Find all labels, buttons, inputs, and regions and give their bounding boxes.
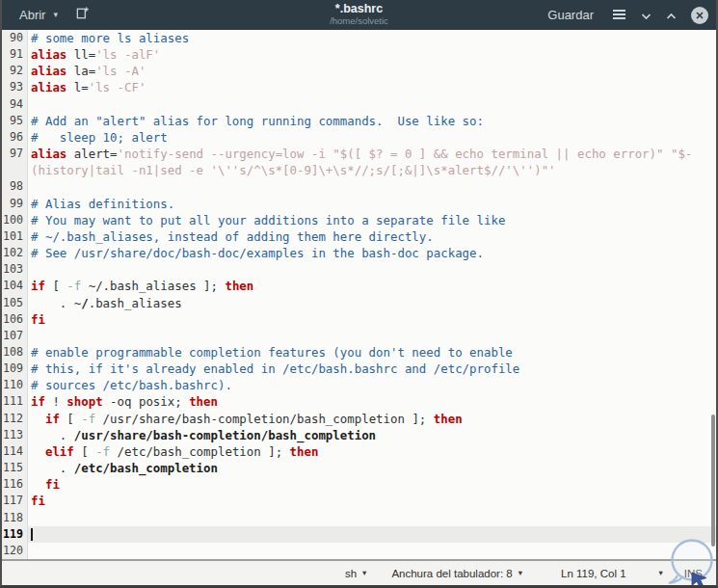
code-line[interactable]: 96# sleep 10; alert: [2, 129, 716, 146]
code-token: alias: [31, 64, 66, 78]
code-token: if: [31, 279, 45, 293]
code-text: elif [ -f /etc/bash_completion ]; then: [28, 443, 318, 460]
code-token: then: [434, 412, 463, 426]
code-token: 'ls -alF': [95, 47, 160, 62]
code-line[interactable]: 106fi: [2, 311, 716, 328]
line-number: 115: [2, 460, 28, 476]
text-cursor: [31, 528, 33, 541]
code-line[interactable]: 93alias l='ls -CF': [2, 79, 716, 95]
scroll-up-button[interactable]: [666, 7, 677, 24]
code-line[interactable]: 117fi: [2, 493, 716, 509]
code-token: elif: [45, 444, 74, 459]
code-token: # sleep 10; alert: [31, 130, 168, 145]
code-line[interactable]: 113 . /usr/share/bash-completion/bash_co…: [2, 427, 716, 443]
code-token: [: [45, 279, 66, 293]
line-number: 101: [2, 228, 28, 245]
new-document-button[interactable]: [75, 6, 90, 24]
code-text: alias l='ls -CF': [28, 79, 146, 95]
code-line[interactable]: 114 elif [ -f /etc/bash_completion ]; th…: [2, 443, 716, 460]
code-line[interactable]: 99# Alias definitions.: [2, 196, 716, 212]
line-number: [2, 162, 28, 178]
code-token: la=: [66, 64, 95, 78]
code-text: . /usr/share/bash-completion/bash_comple…: [28, 427, 376, 443]
vertical-scrollbar-thumb[interactable]: [711, 414, 715, 547]
code-line[interactable]: 95# Add an "alert" alias for long runnin…: [2, 113, 716, 129]
cursor-position-button[interactable]: Ln 119, Col 1: [561, 568, 626, 579]
code-line[interactable]: 105 . ~/.bash_aliases: [2, 295, 716, 311]
code-text: # sources /etc/bash.bashrc).: [28, 377, 232, 393]
code-text: [28, 96, 31, 113]
code-line[interactable]: 100# You may want to put all your additi…: [2, 212, 716, 228]
code-line[interactable]: 111if ! shopt -oq posix; then: [2, 393, 716, 410]
code-line[interactable]: 115 . /etc/bash_completion: [2, 460, 716, 476]
code-line[interactable]: 110# sources /etc/bash.bashrc).: [2, 377, 716, 393]
line-number: 90: [2, 30, 28, 46]
code-token: # enable programmable completion feature…: [31, 345, 513, 360]
code-text: alias la='ls -A': [28, 63, 146, 79]
code-text: if ! shopt -oq posix; then: [28, 393, 218, 410]
language-label: sh: [345, 568, 357, 579]
line-number: 97: [2, 146, 28, 162]
code-token: (history|tail -n1|sed -e '\''s/^\s*[0-9]…: [31, 163, 556, 177]
code-line[interactable]: 112 if [ -f /usr/share/bash-completion/b…: [2, 411, 716, 427]
text-editor-area[interactable]: 90# some more ls aliases91alias ll='ls -…: [2, 30, 716, 559]
code-line[interactable]: 91alias ll='ls -alF': [2, 46, 716, 63]
code-text: fi: [28, 493, 45, 509]
code-line[interactable]: 107: [2, 328, 716, 344]
code-text: # this, if it's already enabled in /etc/…: [28, 361, 519, 377]
code-text: if [ -f ~/.bash_aliases ]; then: [28, 278, 253, 294]
chevron-down-icon: [641, 7, 652, 24]
code-token: .bash_aliases: [89, 296, 182, 310]
code-line[interactable]: 90# some more ls aliases: [2, 30, 716, 46]
code-token: alert=: [66, 147, 117, 161]
code-token: /usr/share/bash-completion/bash_completi…: [95, 412, 434, 426]
code-token: /usr/share/bash-completion/bash_completi…: [74, 428, 376, 442]
code-line[interactable]: 108# enable programmable completion feat…: [2, 344, 716, 361]
line-number: 104: [2, 278, 28, 294]
code-token: then: [189, 394, 218, 409]
line-number: 114: [2, 443, 28, 460]
tab-width-selector[interactable]: Anchura del tabulador: 8 ▾: [391, 568, 522, 579]
code-line[interactable]: 120: [2, 543, 716, 559]
code-line[interactable]: 104if [ -f ~/.bash_aliases ]; then: [2, 278, 716, 294]
open-button[interactable]: Abrir ▾: [19, 8, 58, 22]
code-token: [: [74, 444, 95, 459]
save-button[interactable]: Guardar: [547, 8, 594, 22]
code-text: # some more ls aliases: [28, 30, 189, 46]
code-text: (history|tail -n1|sed -e '\''s/^\s*[0-9]…: [28, 162, 556, 178]
line-number: 109: [2, 361, 28, 377]
scroll-down-button[interactable]: [641, 7, 652, 24]
line-number: 107: [2, 328, 28, 344]
language-selector[interactable]: sh ▾: [345, 568, 366, 579]
menu-button[interactable]: [612, 7, 626, 24]
code-token: 'ls -CF': [89, 80, 146, 94]
code-line[interactable]: (history|tail -n1|sed -e '\''s/^\s*[0-9]…: [2, 162, 716, 178]
code-text: . /etc/bash_completion: [28, 460, 218, 476]
code-token: if: [31, 394, 45, 409]
code-text: [28, 328, 31, 344]
code-line[interactable]: 94: [2, 96, 716, 113]
code-text: fi: [28, 311, 45, 328]
code-line[interactable]: 92alias la='ls -A': [2, 63, 716, 79]
code-text: [28, 510, 31, 526]
close-button[interactable]: [691, 7, 708, 24]
code-token: .: [31, 461, 74, 475]
line-number: 111: [2, 393, 28, 410]
code-text: [28, 543, 31, 559]
code-line[interactable]: 98: [2, 178, 716, 195]
code-line[interactable]: 102# See /usr/share/doc/bash-doc/example…: [2, 245, 716, 261]
code-line[interactable]: 116 fi: [2, 476, 716, 493]
code-line[interactable]: 97alias alert='notify-send --urgency=low…: [2, 146, 716, 162]
code-line[interactable]: 118: [2, 510, 716, 526]
code-line[interactable]: 103: [2, 261, 716, 278]
code-text: # You may want to put all your additions…: [28, 212, 505, 228]
code-line[interactable]: 119: [2, 526, 716, 543]
goto-line-dropdown[interactable]: ▾: [659, 569, 663, 577]
code-line[interactable]: 109# this, if it's already enabled in /e…: [2, 361, 716, 377]
code-token: /etc/bash_completion ];: [110, 444, 290, 459]
chevron-up-icon: [666, 7, 677, 24]
code-token: then: [225, 279, 253, 293]
statusbar: sh ▾ Anchura del tabulador: 8 ▾ Ln 119, …: [2, 559, 716, 585]
line-number: 113: [2, 427, 28, 443]
code-line[interactable]: 101# ~/.bash_aliases, instead of adding …: [2, 228, 716, 245]
